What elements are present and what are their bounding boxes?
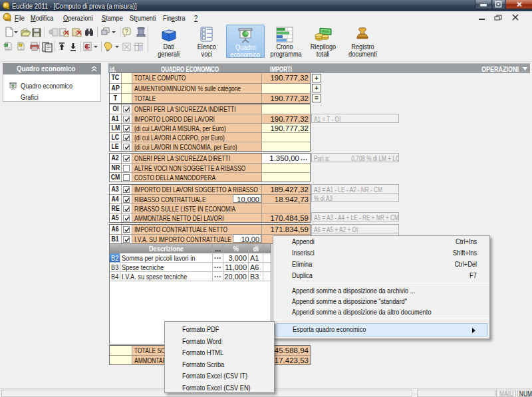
svg-text:?: ? (125, 28, 128, 35)
